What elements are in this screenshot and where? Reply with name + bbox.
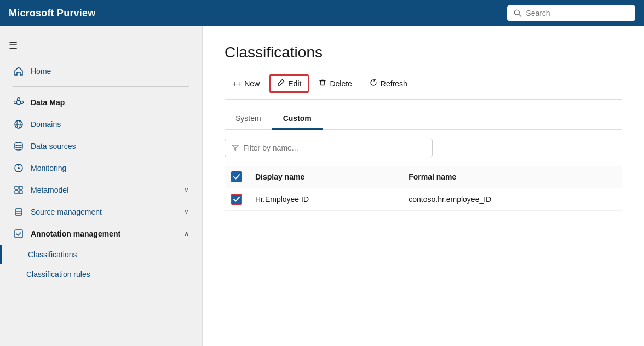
sidebar: ☰ Home Data Map — [0, 26, 203, 346]
metamodel-chevron: ∨ — [184, 186, 189, 194]
sidebar-item-home[interactable]: Home — [0, 60, 202, 82]
main-area: ☰ Home Data Map — [0, 26, 644, 346]
classifications-table: Display name Formal name — [225, 166, 622, 211]
refresh-icon — [370, 79, 377, 88]
delete-icon — [319, 79, 326, 88]
svg-point-2 — [16, 100, 21, 105]
edit-button[interactable]: Edit — [269, 74, 309, 93]
sidebar-item-source-management[interactable]: Source management ∨ — [0, 201, 202, 223]
svg-rect-20 — [15, 230, 22, 238]
tabs: System Custom — [225, 108, 622, 130]
tab-custom[interactable]: Custom — [272, 108, 323, 130]
svg-rect-17 — [15, 209, 22, 215]
select-all-checkbox[interactable] — [231, 171, 242, 182]
svg-rect-14 — [19, 186, 22, 189]
search-icon — [514, 9, 521, 18]
col-formal-name: Formal name — [402, 166, 622, 188]
svg-rect-15 — [15, 191, 18, 194]
svg-point-9 — [15, 142, 22, 146]
content-area: Classifications + + New Edit — [203, 26, 644, 346]
top-bar: Microsoft Purview — [0, 0, 644, 26]
table-row: Hr.Employee ID contoso.hr.employee_ID — [225, 188, 622, 211]
row-checkbox-cell[interactable] — [225, 188, 249, 211]
page-title: Classifications — [225, 44, 622, 61]
annotation-management-icon — [13, 228, 24, 239]
edit-icon — [277, 79, 285, 88]
sidebar-item-data-map[interactable]: Data Map — [0, 91, 202, 113]
sidebar-item-domains[interactable]: Domains — [0, 113, 202, 135]
annotation-management-chevron: ∧ — [184, 230, 189, 238]
sidebar-item-monitoring[interactable]: Monitoring — [0, 157, 202, 179]
sidebar-item-classification-rules[interactable]: Classification rules — [0, 264, 202, 284]
svg-rect-16 — [19, 191, 22, 194]
metamodel-icon — [13, 184, 24, 195]
sidebar-item-classifications[interactable]: Classifications — [0, 245, 202, 264]
hamburger-menu[interactable]: ☰ — [0, 35, 202, 60]
filter-bar[interactable] — [225, 139, 433, 157]
app-logo: Microsoft Purview — [9, 8, 95, 19]
display-name-cell: Hr.Employee ID — [249, 188, 402, 211]
delete-button[interactable]: Delete — [311, 74, 359, 93]
svg-point-11 — [18, 167, 20, 169]
new-button[interactable]: + + New — [225, 75, 267, 93]
formal-name-cell: contoso.hr.employee_ID — [402, 188, 622, 211]
data-map-icon — [13, 97, 24, 108]
domains-icon — [13, 119, 24, 130]
sidebar-item-annotation-management[interactable]: Annotation management ∧ — [0, 223, 202, 245]
source-management-icon — [13, 206, 24, 217]
select-all-header[interactable] — [225, 166, 249, 188]
home-icon — [13, 66, 24, 77]
data-sources-icon — [13, 141, 24, 152]
source-management-chevron: ∨ — [184, 208, 189, 216]
filter-input[interactable] — [243, 143, 426, 152]
toolbar: + + New Edit Delete — [225, 74, 622, 100]
row-checkbox[interactable] — [231, 194, 242, 205]
sidebar-item-metamodel[interactable]: Metamodel ∨ — [0, 179, 202, 201]
tab-system[interactable]: System — [225, 108, 272, 130]
svg-rect-13 — [15, 186, 18, 189]
col-display-name: Display name — [249, 166, 402, 188]
refresh-button[interactable]: Refresh — [362, 74, 415, 93]
sidebar-divider-1 — [13, 86, 189, 87]
svg-line-1 — [519, 14, 521, 16]
monitoring-icon — [13, 163, 24, 174]
plus-icon: + — [232, 79, 237, 88]
search-bar[interactable] — [507, 5, 635, 21]
sidebar-item-data-sources[interactable]: Data sources — [0, 135, 202, 157]
filter-icon — [232, 144, 239, 152]
search-input[interactable] — [526, 9, 629, 18]
